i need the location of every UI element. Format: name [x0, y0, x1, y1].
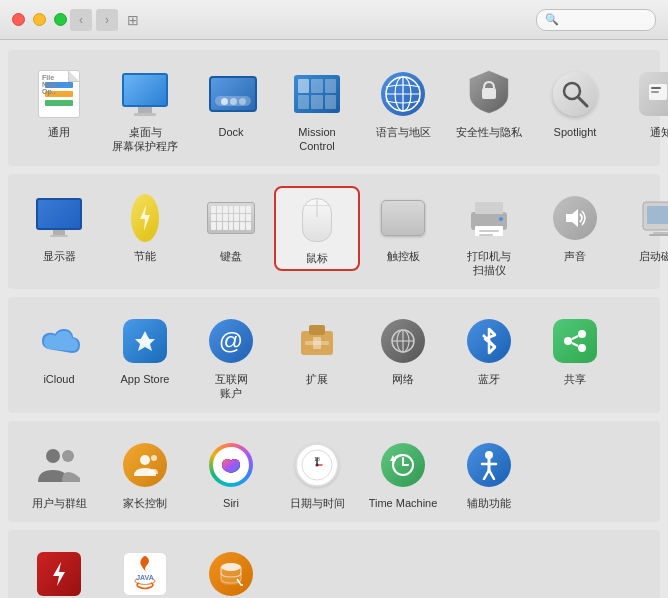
dock-label: Dock [218, 125, 243, 139]
pref-item-mission[interactable]: Mission Control [274, 62, 360, 158]
dock-icon [205, 68, 257, 120]
pref-item-parental[interactable]: 家长控制 [102, 433, 188, 514]
spotlight-label: Spotlight [554, 125, 597, 139]
users-label: 用户与群组 [32, 496, 87, 510]
pref-item-internet[interactable]: @ 互联网 账户 [188, 309, 274, 405]
svg-point-16 [499, 217, 503, 221]
internet-icon: @ [205, 315, 257, 367]
parental-icon [119, 439, 171, 491]
pref-item-desktop[interactable]: 桌面与 屏幕保护程序 [102, 62, 188, 158]
mission-icon [291, 68, 343, 120]
section-4: 用户与群组 家长控制 [8, 421, 660, 522]
svg-marker-55 [53, 562, 65, 586]
pref-item-mysql[interactable]: MySQL [188, 542, 274, 598]
svg-point-37 [46, 449, 60, 463]
nav-buttons: ‹ › [70, 9, 118, 31]
pref-item-trackpad[interactable]: 触控板 [360, 186, 446, 267]
parental-label: 家长控制 [123, 496, 167, 510]
pref-item-spotlight[interactable]: Spotlight [532, 62, 618, 143]
svg-point-40 [151, 455, 157, 461]
appstore-label: App Store [121, 372, 170, 386]
search-box[interactable]: 🔍 [536, 9, 656, 31]
printer-icon [463, 192, 515, 244]
svg-rect-9 [651, 91, 659, 93]
pref-item-sharing[interactable]: 共享 [532, 309, 618, 390]
bluetooth-icon [463, 315, 515, 367]
svg-point-32 [578, 330, 586, 338]
timemachine-label: Time Machine [369, 496, 438, 510]
printer-label: 打印机与 扫描仪 [467, 249, 511, 278]
sharing-label: 共享 [564, 372, 586, 386]
mouse-label: 鼠标 [306, 251, 328, 265]
pref-item-siri[interactable]: Siri [188, 433, 274, 514]
svg-marker-10 [140, 205, 150, 231]
internet-label: 互联网 账户 [215, 372, 248, 401]
trackpad-icon [377, 192, 429, 244]
siri-icon [205, 439, 257, 491]
svg-line-54 [489, 470, 494, 479]
keyboard-label: 键盘 [220, 249, 242, 263]
svg-point-57 [221, 563, 241, 571]
svg-line-36 [572, 343, 578, 346]
pref-item-network[interactable]: 网络 [360, 309, 446, 390]
pref-item-printer[interactable]: 打印机与 扫描仪 [446, 186, 532, 282]
svg-text:A: A [141, 334, 150, 348]
pref-item-extensions[interactable]: 扩展 [274, 309, 360, 390]
pref-item-mouse[interactable]: 鼠标 [274, 186, 360, 271]
pref-item-flash[interactable]: Flash Player [16, 542, 102, 598]
pref-item-icloud[interactable]: iCloud [16, 309, 102, 390]
section-1: FileNewOp.. 通用 桌面与 屏幕保护程序 Dock [8, 50, 660, 166]
pref-item-general[interactable]: FileNewOp.. 通用 [16, 62, 102, 143]
pref-item-startup[interactable]: 启动磁盘 [618, 186, 668, 267]
startup-label: 启动磁盘 [639, 249, 668, 263]
pref-item-java[interactable]: JAVA Java [102, 542, 188, 598]
close-button[interactable] [12, 13, 25, 26]
notify-label: 通知 [650, 125, 668, 139]
pref-item-energy[interactable]: 节能 [102, 186, 188, 267]
language-label: 语言与地区 [376, 125, 431, 139]
pref-item-security[interactable]: 安全性与隐私 [446, 62, 532, 143]
pref-item-display[interactable]: 显示器 [16, 186, 102, 267]
svg-rect-15 [479, 234, 493, 236]
energy-label: 节能 [134, 249, 156, 263]
pref-item-access[interactable]: 辅助功能 [446, 433, 532, 514]
minimize-button[interactable] [33, 13, 46, 26]
pref-item-appstore[interactable]: A App Store [102, 309, 188, 390]
svg-marker-17 [566, 209, 578, 227]
pref-item-bluetooth[interactable]: 蓝牙 [446, 309, 532, 390]
language-icon [377, 68, 429, 120]
svg-rect-21 [649, 234, 668, 236]
mission-label: Mission Control [298, 125, 335, 154]
pref-item-notify[interactable]: 通知 [618, 62, 668, 143]
spotlight-icon [549, 68, 601, 120]
pref-item-dock[interactable]: Dock [188, 62, 274, 143]
extensions-icon [291, 315, 343, 367]
pref-item-sound[interactable]: 声音 [532, 186, 618, 267]
security-label: 安全性与隐私 [456, 125, 522, 139]
pref-item-datetime[interactable]: 18 日期与时间 [274, 433, 360, 514]
pref-item-language[interactable]: 语言与地区 [360, 62, 446, 143]
appstore-icon: A [119, 315, 171, 367]
svg-rect-27 [305, 341, 329, 345]
svg-point-39 [140, 455, 150, 465]
notify-icon [635, 68, 668, 120]
forward-button[interactable]: › [96, 9, 118, 31]
pref-item-users[interactable]: 用户与群组 [16, 433, 102, 514]
timemachine-icon [377, 439, 429, 491]
svg-line-6 [578, 97, 587, 106]
back-button[interactable]: ‹ [70, 9, 92, 31]
pref-item-timemachine[interactable]: Time Machine [360, 433, 446, 514]
titlebar: ‹ › ⊞ 🔍 [0, 0, 668, 40]
svg-rect-19 [647, 206, 668, 224]
icloud-label: iCloud [43, 372, 74, 386]
svg-rect-4 [482, 88, 496, 99]
desktop-label: 桌面与 屏幕保护程序 [112, 125, 178, 154]
grid-button[interactable]: ⊞ [122, 9, 144, 31]
network-icon [377, 315, 429, 367]
pref-item-keyboard[interactable]: 键盘 [188, 186, 274, 267]
mysql-icon [205, 548, 257, 598]
maximize-button[interactable] [54, 13, 67, 26]
preferences-content: FileNewOp.. 通用 桌面与 屏幕保护程序 Dock [0, 40, 668, 598]
sharing-icon [549, 315, 601, 367]
svg-rect-25 [309, 325, 325, 335]
